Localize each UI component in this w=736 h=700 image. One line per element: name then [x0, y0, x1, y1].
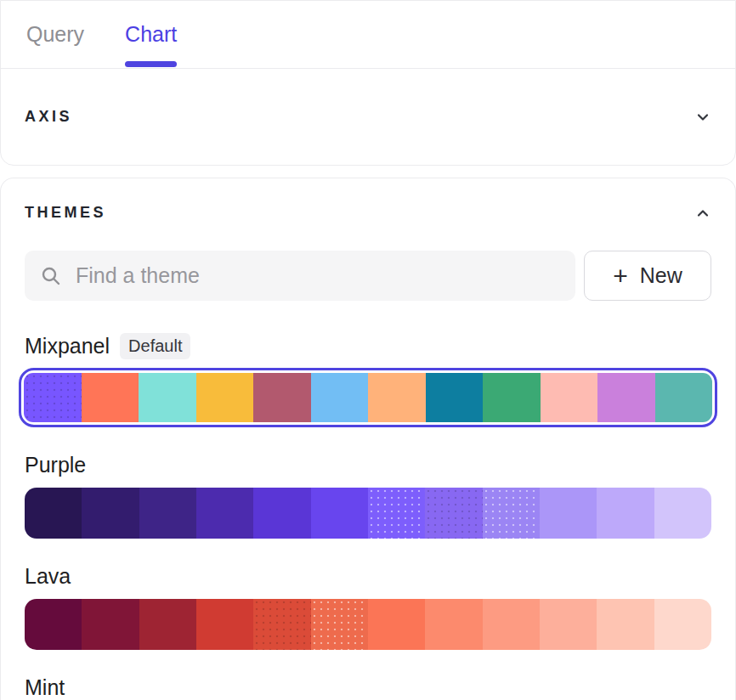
theme-palette-purple[interactable]	[25, 488, 711, 539]
theme-name: Lava	[25, 564, 71, 589]
theme-label-lava: Lava	[25, 564, 711, 589]
color-swatch	[597, 488, 654, 539]
new-theme-button-label: New	[640, 263, 682, 288]
theme-search-input[interactable]	[76, 263, 560, 288]
color-swatch	[368, 488, 425, 539]
theme-palette-lava[interactable]	[25, 599, 711, 650]
theme-name: Mint	[25, 675, 65, 700]
color-swatch	[311, 488, 368, 539]
default-badge: Default	[120, 333, 190, 359]
color-swatch	[139, 488, 196, 539]
plus-icon: +	[613, 263, 628, 289]
theme-name: Mixpanel	[25, 334, 110, 358]
palette-strip	[25, 599, 711, 650]
color-swatch	[196, 373, 254, 422]
color-swatch	[82, 599, 139, 650]
theme-row-mint: Mint	[25, 675, 711, 700]
theme-label-mixpanel: MixpanelDefault	[25, 333, 711, 359]
theme-row-mixpanel: MixpanelDefault	[25, 333, 711, 427]
color-swatch	[311, 599, 368, 650]
color-swatch	[597, 599, 654, 650]
theme-row-lava: Lava	[25, 564, 711, 650]
color-swatch	[25, 488, 82, 539]
palette-strip	[24, 373, 712, 422]
color-swatch	[425, 599, 482, 650]
color-swatch	[196, 599, 253, 650]
tab-query-label: Query	[26, 22, 84, 47]
color-swatch	[597, 373, 655, 422]
color-swatch	[483, 373, 541, 422]
axis-section-header[interactable]: AXIS	[1, 69, 735, 165]
color-swatch	[483, 599, 540, 650]
new-theme-button[interactable]: + New	[584, 251, 711, 301]
themes-list: MixpanelDefaultPurpleLavaMint	[25, 333, 711, 700]
color-swatch	[253, 599, 310, 650]
color-swatch	[82, 373, 139, 422]
color-swatch	[311, 373, 369, 422]
chevron-down-icon	[694, 109, 711, 126]
color-swatch	[425, 488, 482, 539]
theme-label-purple: Purple	[25, 453, 711, 477]
color-swatch	[655, 373, 713, 422]
color-swatch	[654, 599, 711, 650]
theme-search-box[interactable]	[25, 251, 575, 301]
theme-palette-mixpanel[interactable]	[19, 368, 717, 427]
themes-toolbar: + New	[25, 251, 711, 301]
color-swatch	[25, 599, 82, 650]
themes-section: THEMES + New MixpanelDefaultPurpleLavaMi…	[0, 178, 736, 700]
color-swatch	[139, 373, 196, 422]
query-chart-card: Query Chart AXIS	[0, 0, 736, 166]
color-swatch	[368, 599, 425, 650]
theme-row-purple: Purple	[25, 453, 711, 539]
color-swatch	[483, 488, 540, 539]
active-tab-underline	[125, 61, 177, 67]
color-swatch	[426, 373, 484, 422]
tab-query[interactable]: Query	[26, 1, 84, 68]
color-swatch	[541, 373, 598, 422]
themes-section-header[interactable]: THEMES	[25, 204, 711, 222]
color-swatch	[540, 488, 597, 539]
color-swatch	[139, 599, 196, 650]
color-swatch	[654, 488, 711, 539]
theme-label-mint: Mint	[25, 675, 711, 700]
color-swatch	[253, 373, 311, 422]
color-swatch	[24, 373, 82, 422]
palette-strip	[25, 488, 711, 539]
theme-name: Purple	[25, 453, 86, 477]
search-icon	[40, 265, 62, 287]
themes-section-title: THEMES	[25, 204, 106, 222]
color-swatch	[368, 373, 426, 422]
tabbar: Query Chart	[1, 1, 735, 69]
axis-section-title: AXIS	[25, 108, 72, 126]
chart-settings-panel: Query Chart AXIS THEMES	[0, 0, 736, 700]
chevron-up-icon	[694, 205, 711, 222]
tab-chart-label: Chart	[125, 22, 177, 47]
tab-chart[interactable]: Chart	[125, 1, 177, 68]
color-swatch	[253, 488, 310, 539]
color-swatch	[82, 488, 139, 539]
color-swatch	[540, 599, 597, 650]
color-swatch	[196, 488, 253, 539]
